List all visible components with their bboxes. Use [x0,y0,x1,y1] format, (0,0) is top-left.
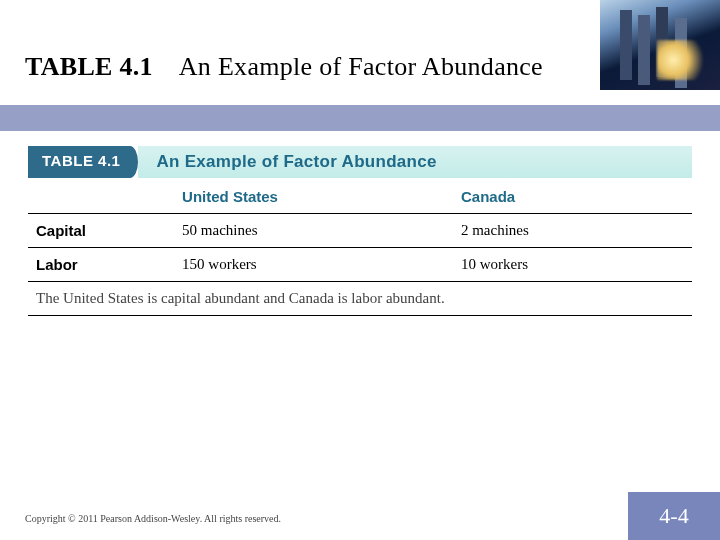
table-badge: TABLE 4.1 [28,146,138,178]
slide-title-label: TABLE 4.1 [25,52,153,81]
city-lights-glow [657,40,712,80]
header-divider-band [0,105,720,131]
table-title: An Example of Factor Abundance [138,146,692,178]
column-header-us: United States [174,182,453,214]
row-label-capital: Capital [28,214,174,248]
column-header-blank [28,182,174,214]
cell-labor-canada: 10 workers [453,248,692,282]
table-caption: The United States is capital abundant an… [28,282,692,316]
header-skyline-image [600,0,720,90]
table-head: United States Canada [28,182,692,214]
table-row: Capital 50 machines 2 machines [28,214,692,248]
factor-table: United States Canada Capital 50 machines… [28,182,692,316]
table-header-strip: TABLE 4.1 An Example of Factor Abundance [28,146,692,178]
slide-title: TABLE 4.1 An Example of Factor Abundance [25,52,543,82]
page-number: 4-4 [659,503,688,529]
cell-capital-canada: 2 machines [453,214,692,248]
table-row: Labor 150 workers 10 workers [28,248,692,282]
table-area: TABLE 4.1 An Example of Factor Abundance… [28,146,692,316]
column-header-canada: Canada [453,182,692,214]
slide-title-space [160,52,174,81]
cell-labor-us: 150 workers [174,248,453,282]
cell-capital-us: 50 machines [174,214,453,248]
table-body: Capital 50 machines 2 machines Labor 150… [28,214,692,316]
slide-title-text: An Example of Factor Abundance [179,52,543,81]
copyright-text: Copyright © 2011 Pearson Addison-Wesley.… [25,513,281,524]
table-caption-row: The United States is capital abundant an… [28,282,692,316]
page-number-block: 4-4 [628,492,720,540]
slide: TABLE 4.1 An Example of Factor Abundance… [0,0,720,540]
row-label-labor: Labor [28,248,174,282]
